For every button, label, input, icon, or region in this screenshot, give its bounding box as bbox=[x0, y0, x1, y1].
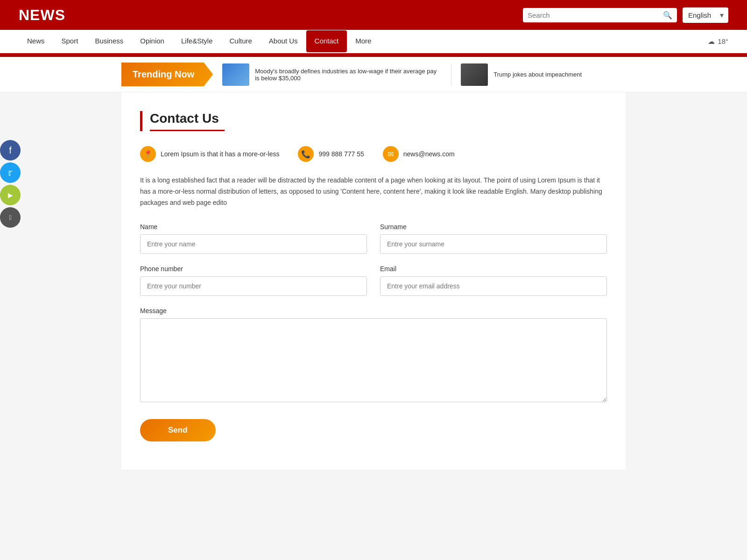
contact-info-row: 📍 Lorem Ipsum is that it has a more-or-l… bbox=[140, 146, 607, 162]
nav-link-sport[interactable]: Sport bbox=[53, 30, 87, 52]
surname-label: Surname bbox=[380, 223, 607, 231]
contact-heading: Contact Us bbox=[150, 111, 607, 126]
nav-link-lifestyle[interactable]: Life&Style bbox=[173, 30, 221, 52]
header-right: 🔍 English Türkçe Deutsch bbox=[523, 7, 728, 23]
form-group-name: Name bbox=[140, 223, 367, 254]
nav-item-culture[interactable]: Culture bbox=[221, 30, 261, 52]
nav-item-sport[interactable]: Sport bbox=[53, 30, 87, 52]
weather-icon: ☁ bbox=[708, 37, 715, 46]
form-group-email: Email bbox=[380, 265, 607, 296]
contact-phone-item: 📞 999 888 777 55 bbox=[298, 146, 364, 162]
phone-label: Phone number bbox=[140, 265, 367, 273]
contact-description: It is a long established fact that a rea… bbox=[140, 175, 607, 208]
trending-label: Trending Now bbox=[121, 63, 213, 86]
weather-widget: ☁ 18° bbox=[708, 37, 728, 46]
nav-link-culture[interactable]: Culture bbox=[221, 30, 261, 52]
nav-item-news[interactable]: News bbox=[19, 30, 53, 52]
main-content: Contact Us 📍 Lorem Ipsum is that it has … bbox=[121, 92, 626, 469]
trending-item-2[interactable]: Trump jokes about impeachment bbox=[451, 63, 591, 86]
trending-item-1[interactable]: Moody's broadly defines industries as lo… bbox=[213, 63, 451, 86]
email-label: Email bbox=[380, 265, 607, 273]
contact-form: Name Surname Phone number Email Message … bbox=[140, 223, 607, 441]
search-icon: 🔍 bbox=[663, 11, 672, 20]
trending-text-1: Moody's broadly defines industries as lo… bbox=[255, 68, 442, 82]
form-group-message: Message bbox=[140, 307, 607, 402]
social-facebook-btn[interactable]: f bbox=[0, 140, 21, 161]
nav-item-lifestyle[interactable]: Life&Style bbox=[173, 30, 221, 52]
form-group-surname: Surname bbox=[380, 223, 607, 254]
form-row-name-surname: Name Surname bbox=[140, 223, 607, 254]
nav-link-news[interactable]: News bbox=[19, 30, 53, 52]
contact-address-item: 📍 Lorem Ipsum is that it has a more-or-l… bbox=[140, 146, 279, 162]
nav-link-more[interactable]: More bbox=[347, 30, 380, 52]
contact-phone-text: 999 888 777 55 bbox=[318, 150, 364, 158]
language-selector-wrap: English Türkçe Deutsch bbox=[683, 7, 728, 23]
send-button[interactable]: Send bbox=[140, 419, 216, 441]
nav-link-contact[interactable]: Contact bbox=[306, 30, 347, 52]
search-input[interactable] bbox=[528, 11, 659, 19]
name-input[interactable] bbox=[140, 234, 367, 254]
search-box: 🔍 bbox=[523, 8, 677, 22]
trending-thumb-1 bbox=[222, 63, 249, 86]
contact-heading-wrap: Contact Us bbox=[140, 111, 607, 131]
email-input[interactable] bbox=[380, 276, 607, 296]
address-icon: 📍 bbox=[140, 146, 156, 162]
language-select[interactable]: English Türkçe Deutsch bbox=[683, 7, 728, 23]
social-android-btn[interactable]: ▶ bbox=[0, 185, 21, 205]
nav-item-more[interactable]: More bbox=[347, 30, 380, 52]
social-sidebar: f 𝕣 ▶  bbox=[0, 140, 21, 228]
contact-email-item: ✉ news@news.com bbox=[383, 146, 455, 162]
nav-item-aboutus[interactable]: About Us bbox=[261, 30, 306, 52]
main-nav: News Sport Business Opinion Life&Style C… bbox=[0, 30, 747, 53]
trending-bar: Trending Now Moody's broadly defines ind… bbox=[0, 57, 747, 92]
contact-email-text: news@news.com bbox=[403, 150, 455, 158]
nav-link-aboutus[interactable]: About Us bbox=[261, 30, 306, 52]
header: NEWS 🔍 English Türkçe Deutsch bbox=[0, 0, 747, 30]
surname-input[interactable] bbox=[380, 234, 607, 254]
nav-link-business[interactable]: Business bbox=[86, 30, 132, 52]
trending-thumb-2 bbox=[461, 63, 488, 86]
social-apple-btn[interactable]:  bbox=[0, 207, 21, 228]
nav-item-opinion[interactable]: Opinion bbox=[132, 30, 173, 52]
trending-text-2: Trump jokes about impeachment bbox=[493, 71, 582, 78]
message-label: Message bbox=[140, 307, 607, 315]
nav-links: News Sport Business Opinion Life&Style C… bbox=[19, 30, 380, 52]
email-icon: ✉ bbox=[383, 146, 399, 162]
form-row-phone-email: Phone number Email bbox=[140, 265, 607, 296]
site-logo: NEWS bbox=[19, 7, 65, 24]
form-group-phone: Phone number bbox=[140, 265, 367, 296]
nav-item-business[interactable]: Business bbox=[86, 30, 132, 52]
social-twitter-btn[interactable]: 𝕣 bbox=[0, 162, 21, 183]
red-strip bbox=[0, 53, 747, 57]
name-label: Name bbox=[140, 223, 367, 231]
contact-heading-underline bbox=[150, 130, 225, 131]
nav-item-contact[interactable]: Contact bbox=[306, 30, 347, 52]
nav-link-opinion[interactable]: Opinion bbox=[132, 30, 173, 52]
weather-temp: 18° bbox=[718, 37, 728, 45]
contact-address-text: Lorem Ipsum is that it has a more-or-les… bbox=[161, 150, 279, 158]
message-textarea[interactable] bbox=[140, 318, 607, 402]
phone-icon: 📞 bbox=[298, 146, 314, 162]
phone-input[interactable] bbox=[140, 276, 367, 296]
